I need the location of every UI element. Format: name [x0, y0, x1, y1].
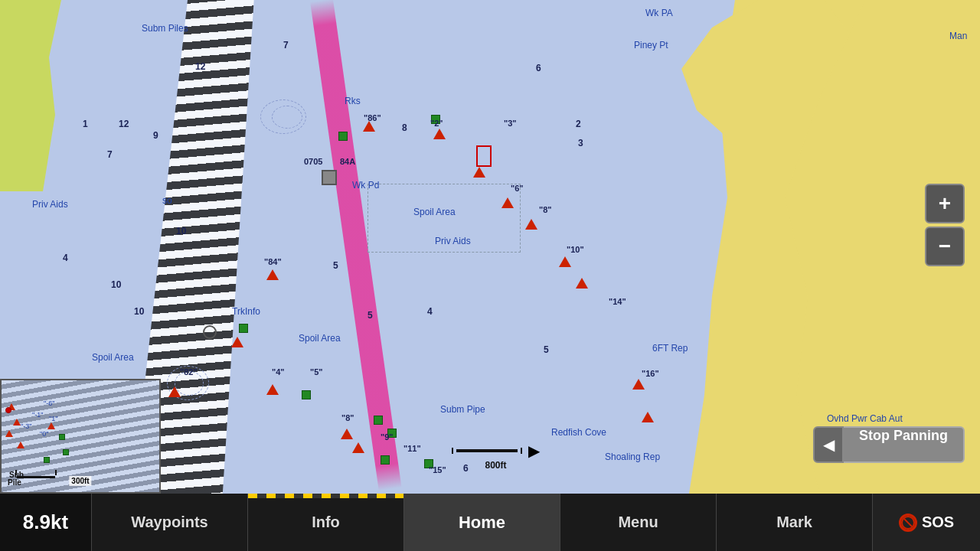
- mini-map: Sub Pile "-3" "-1" "-6" "1" "0" 300ft: [0, 379, 161, 494]
- sos-icon: [899, 514, 917, 532]
- svg-line-1: [904, 519, 912, 527]
- speed-display: 8.9kt: [0, 494, 92, 551]
- buoy-marker-green-4: [302, 390, 311, 399]
- buoy-marker-red-7: [576, 278, 588, 289]
- nav-mark[interactable]: Mark: [717, 494, 873, 551]
- buoy-marker-green-1: [338, 132, 348, 141]
- zoom-out-button[interactable]: −: [925, 227, 965, 266]
- buoy-marker-red-8: [632, 379, 645, 390]
- compass-marker: [203, 325, 217, 339]
- nav-menu[interactable]: Menu: [560, 494, 717, 551]
- buoy-marker-green-8: [381, 455, 390, 465]
- buoy-marker-red-3: [473, 167, 485, 178]
- buoy-marker-red-9: [642, 412, 654, 422]
- buoy-marker-red-12: [266, 269, 279, 280]
- buoy-marker-green-2: [431, 115, 440, 124]
- map-container[interactable]: ▶ 800ft 129711210101045545237866231Subm …: [0, 0, 980, 494]
- buoy-marker-red-6: [559, 256, 571, 267]
- boat-marker: [476, 145, 492, 167]
- buoy-marker-red-2: [433, 129, 446, 139]
- scale-bar: ▶ 800ft: [452, 442, 540, 471]
- zoom-controls: + −: [925, 184, 965, 266]
- stop-panning-button[interactable]: Stop Panning: [844, 426, 965, 463]
- buoy-marker-red-1: [363, 121, 375, 132]
- buoy-marker-red-14: [341, 429, 353, 439]
- buoy-marker-red-4: [501, 197, 514, 208]
- buoy-marker-green-3: [239, 324, 248, 333]
- depth-contour-2: [272, 106, 302, 129]
- scale-label: 800ft: [485, 460, 506, 471]
- buoy-marker-red-15: [352, 442, 364, 453]
- stop-panning-arrow[interactable]: ◀: [813, 426, 844, 463]
- spoil-area-outline: [368, 184, 521, 253]
- buoy-marker-red-5: [525, 219, 537, 230]
- mini-map-scale: 300ft: [69, 476, 91, 486]
- zoom-in-button[interactable]: +: [925, 184, 965, 223]
- nav-sos[interactable]: SOS: [873, 494, 980, 551]
- buoy-marker-green-7: [424, 459, 433, 468]
- nav-home[interactable]: Home: [404, 494, 560, 551]
- buoy-marker-red-10: [231, 337, 243, 347]
- buoy-marker-red-13: [266, 384, 279, 395]
- buoy-marker-green-5: [374, 416, 383, 425]
- nav-waypoints[interactable]: Waypoints: [92, 494, 248, 551]
- nav-bar: 8.9kt Waypoints Info Home Menu Mark SOS: [0, 494, 980, 551]
- stop-panning-container: ◀ Stop Panning: [813, 426, 965, 463]
- buoy-marker-red-11: [168, 386, 181, 397]
- waypoint-gray: [322, 170, 337, 185]
- nav-info[interactable]: Info: [248, 494, 404, 551]
- buoy-marker-green-6: [387, 429, 397, 438]
